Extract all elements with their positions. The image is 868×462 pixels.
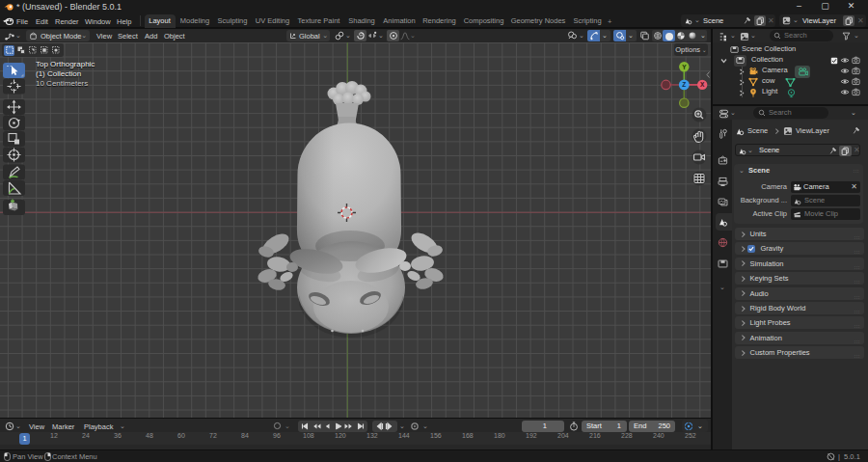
svg-text:Z: Z	[682, 81, 686, 88]
svg-text:Y: Y	[682, 64, 687, 70]
svg-text:X: X	[700, 81, 705, 88]
